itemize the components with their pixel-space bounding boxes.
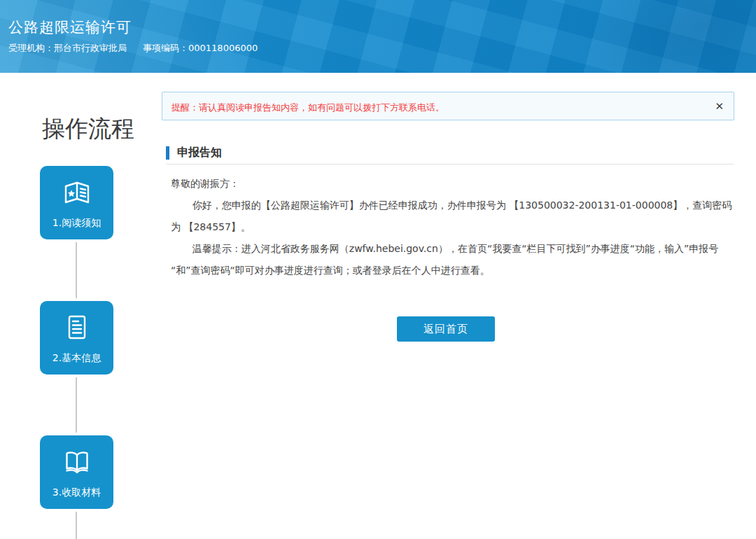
section-title: 申报告知 <box>177 146 222 160</box>
notice-tip-paragraph: 温馨提示：进入河北省政务服务网（zwfw.hebei.gov.cn），在首页“我… <box>171 238 734 281</box>
document-icon <box>40 311 113 347</box>
step-connector <box>76 377 77 433</box>
alert-message: 提醒：请认真阅读申报告知内容，如有问题可以拨打下方联系电话。 <box>172 102 444 114</box>
step-connector <box>76 242 77 298</box>
declaration-notice: 尊敬的谢振方： 你好，您申报的【公路超限运输许可】办件已经申报成功，办件申报号为… <box>171 173 734 281</box>
process-flow-title: 操作流程 <box>42 113 140 145</box>
step-collect-materials[interactable]: 3.收取材料 <box>40 435 113 509</box>
section-accent-bar <box>166 146 169 160</box>
agency-value: 邢台市行政审批局 <box>54 43 127 53</box>
close-icon[interactable]: ✕ <box>715 100 724 113</box>
header-banner: 公路超限运输许可 受理机构：邢台市行政审批局 事项编码：000118006000 <box>0 0 756 73</box>
back-home-button[interactable]: 返回首页 <box>397 316 495 342</box>
step-label: 2.基本信息 <box>40 352 113 365</box>
accepting-agency: 受理机构：邢台市行政审批局 <box>8 42 127 55</box>
item-code-value: 000118006000 <box>188 43 258 53</box>
notice-success-paragraph: 你好，您申报的【公路超限运输许可】办件已经申报成功，办件申报号为 【130500… <box>171 195 734 238</box>
step-connector <box>76 512 77 539</box>
open-book-icon <box>40 445 113 482</box>
notice-booklet-icon <box>40 176 113 212</box>
page: 公路超限运输许可 受理机构：邢台市行政审批局 事项编码：000118006000… <box>0 0 756 539</box>
item-code-label: 事项编码： <box>143 43 188 53</box>
step-label: 1.阅读须知 <box>40 217 113 230</box>
page-title: 公路超限运输许可 <box>8 18 132 36</box>
step-basic-info[interactable]: 2.基本信息 <box>40 301 113 374</box>
section-heading: 申报告知 <box>166 144 734 164</box>
alert-banner: 提醒：请认真阅读申报告知内容，如有问题可以拨打下方联系电话。 ✕ <box>162 92 734 120</box>
item-code: 事项编码：000118006000 <box>143 42 258 55</box>
notice-salutation: 尊敬的谢振方： <box>171 173 734 195</box>
step-read-notice[interactable]: 1.阅读须知 <box>40 166 113 239</box>
agency-label: 受理机构： <box>8 43 54 53</box>
step-label: 3.收取材料 <box>40 486 113 499</box>
